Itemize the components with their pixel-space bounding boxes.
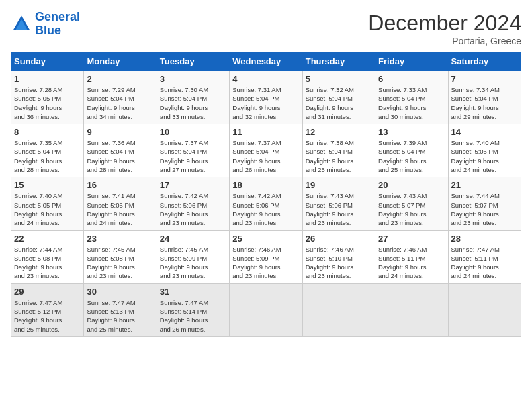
calendar-cell: 15Sunrise: 7:40 AM Sunset: 5:05 PM Dayli… <box>11 177 84 230</box>
calendar-cell: 6Sunrise: 7:33 AM Sunset: 5:04 PM Daylig… <box>375 71 448 124</box>
calendar-cell <box>375 283 448 336</box>
calendar-cell: 2Sunrise: 7:29 AM Sunset: 5:04 PM Daylig… <box>84 71 157 124</box>
calendar-cell: 10Sunrise: 7:37 AM Sunset: 5:04 PM Dayli… <box>157 124 229 177</box>
calendar-cell: 1Sunrise: 7:28 AM Sunset: 5:05 PM Daylig… <box>11 71 84 124</box>
day-number: 30 <box>87 287 153 297</box>
calendar-cell: 28Sunrise: 7:47 AM Sunset: 5:11 PM Dayli… <box>448 230 521 283</box>
calendar-cell: 21Sunrise: 7:44 AM Sunset: 5:07 PM Dayli… <box>448 177 521 230</box>
day-number: 22 <box>14 234 81 244</box>
calendar-cell: 20Sunrise: 7:43 AM Sunset: 5:07 PM Dayli… <box>375 177 448 230</box>
day-number: 25 <box>232 234 299 244</box>
day-number: 23 <box>87 234 153 244</box>
col-header-thursday: Thursday <box>302 52 375 71</box>
calendar-cell: 11Sunrise: 7:37 AM Sunset: 5:04 PM Dayli… <box>230 124 302 177</box>
calendar-cell: 13Sunrise: 7:39 AM Sunset: 5:04 PM Dayli… <box>375 124 448 177</box>
day-info: Sunrise: 7:37 AM Sunset: 5:04 PM Dayligh… <box>232 138 299 174</box>
day-number: 28 <box>451 234 518 244</box>
logo: General Blue <box>11 11 80 38</box>
day-info: Sunrise: 7:29 AM Sunset: 5:04 PM Dayligh… <box>87 85 153 121</box>
calendar-cell: 17Sunrise: 7:42 AM Sunset: 5:06 PM Dayli… <box>157 177 229 230</box>
calendar-cell: 7Sunrise: 7:34 AM Sunset: 5:04 PM Daylig… <box>448 71 521 124</box>
calendar-week-2: 8Sunrise: 7:35 AM Sunset: 5:04 PM Daylig… <box>11 124 521 177</box>
day-number: 29 <box>14 287 81 297</box>
calendar-cell: 14Sunrise: 7:40 AM Sunset: 5:05 PM Dayli… <box>448 124 521 177</box>
day-info: Sunrise: 7:40 AM Sunset: 5:05 PM Dayligh… <box>14 191 81 227</box>
day-number: 11 <box>232 127 299 137</box>
day-info: Sunrise: 7:46 AM Sunset: 5:09 PM Dayligh… <box>232 245 299 281</box>
day-number: 1 <box>14 74 81 84</box>
day-info: Sunrise: 7:38 AM Sunset: 5:04 PM Dayligh… <box>306 138 372 174</box>
day-info: Sunrise: 7:32 AM Sunset: 5:04 PM Dayligh… <box>306 85 372 121</box>
day-number: 21 <box>451 180 518 190</box>
col-header-saturday: Saturday <box>448 52 521 71</box>
day-number: 14 <box>451 127 518 137</box>
day-number: 8 <box>14 127 81 137</box>
day-number: 12 <box>306 127 372 137</box>
day-info: Sunrise: 7:44 AM Sunset: 5:07 PM Dayligh… <box>451 191 518 227</box>
day-info: Sunrise: 7:40 AM Sunset: 5:05 PM Dayligh… <box>451 138 518 174</box>
calendar-cell: 25Sunrise: 7:46 AM Sunset: 5:09 PM Dayli… <box>230 230 302 283</box>
day-number: 16 <box>87 180 153 190</box>
day-number: 13 <box>378 127 445 137</box>
day-number: 2 <box>87 74 153 84</box>
logo-icon <box>11 13 32 35</box>
day-info: Sunrise: 7:39 AM Sunset: 5:04 PM Dayligh… <box>378 138 445 174</box>
day-info: Sunrise: 7:42 AM Sunset: 5:06 PM Dayligh… <box>160 191 226 227</box>
day-info: Sunrise: 7:28 AM Sunset: 5:05 PM Dayligh… <box>14 85 81 121</box>
day-number: 24 <box>160 234 226 244</box>
calendar-cell <box>448 283 521 336</box>
day-number: 15 <box>14 180 81 190</box>
calendar-cell <box>302 283 375 336</box>
calendar-cell: 27Sunrise: 7:46 AM Sunset: 5:11 PM Dayli… <box>375 230 448 283</box>
day-info: Sunrise: 7:44 AM Sunset: 5:08 PM Dayligh… <box>14 245 81 281</box>
calendar-week-1: 1Sunrise: 7:28 AM Sunset: 5:05 PM Daylig… <box>11 71 521 124</box>
day-info: Sunrise: 7:42 AM Sunset: 5:06 PM Dayligh… <box>232 191 299 227</box>
day-info: Sunrise: 7:45 AM Sunset: 5:09 PM Dayligh… <box>160 245 226 281</box>
day-info: Sunrise: 7:46 AM Sunset: 5:11 PM Dayligh… <box>378 245 445 281</box>
day-number: 20 <box>378 180 445 190</box>
calendar-cell: 24Sunrise: 7:45 AM Sunset: 5:09 PM Dayli… <box>157 230 229 283</box>
calendar-cell: 3Sunrise: 7:30 AM Sunset: 5:04 PM Daylig… <box>157 71 229 124</box>
col-header-monday: Monday <box>84 52 157 71</box>
day-number: 27 <box>378 234 445 244</box>
calendar-cell: 18Sunrise: 7:42 AM Sunset: 5:06 PM Dayli… <box>230 177 302 230</box>
calendar-cell: 31Sunrise: 7:47 AM Sunset: 5:14 PM Dayli… <box>157 283 229 336</box>
day-info: Sunrise: 7:46 AM Sunset: 5:10 PM Dayligh… <box>306 245 372 281</box>
calendar-cell: 12Sunrise: 7:38 AM Sunset: 5:04 PM Dayli… <box>302 124 375 177</box>
calendar-week-4: 22Sunrise: 7:44 AM Sunset: 5:08 PM Dayli… <box>11 230 521 283</box>
calendar-cell: 29Sunrise: 7:47 AM Sunset: 5:12 PM Dayli… <box>11 283 84 336</box>
day-info: Sunrise: 7:47 AM Sunset: 5:12 PM Dayligh… <box>14 298 81 334</box>
day-number: 9 <box>87 127 153 137</box>
calendar-cell: 8Sunrise: 7:35 AM Sunset: 5:04 PM Daylig… <box>11 124 84 177</box>
col-header-sunday: Sunday <box>11 52 84 71</box>
col-header-wednesday: Wednesday <box>230 52 302 71</box>
day-info: Sunrise: 7:31 AM Sunset: 5:04 PM Dayligh… <box>232 85 299 121</box>
day-info: Sunrise: 7:30 AM Sunset: 5:04 PM Dayligh… <box>160 85 226 121</box>
calendar-table: SundayMondayTuesdayWednesdayThursdayFrid… <box>11 52 521 337</box>
day-info: Sunrise: 7:47 AM Sunset: 5:13 PM Dayligh… <box>87 298 153 334</box>
title-block: December 2024 Portaria, Greece <box>368 11 521 46</box>
day-number: 31 <box>160 287 226 297</box>
calendar-cell: 5Sunrise: 7:32 AM Sunset: 5:04 PM Daylig… <box>302 71 375 124</box>
day-info: Sunrise: 7:45 AM Sunset: 5:08 PM Dayligh… <box>87 245 153 281</box>
day-number: 7 <box>451 74 518 84</box>
day-number: 26 <box>306 234 372 244</box>
calendar-cell: 26Sunrise: 7:46 AM Sunset: 5:10 PM Dayli… <box>302 230 375 283</box>
calendar-cell: 4Sunrise: 7:31 AM Sunset: 5:04 PM Daylig… <box>230 71 302 124</box>
day-number: 6 <box>378 74 445 84</box>
logo-text: General Blue <box>35 11 80 38</box>
day-info: Sunrise: 7:35 AM Sunset: 5:04 PM Dayligh… <box>14 138 81 174</box>
day-info: Sunrise: 7:37 AM Sunset: 5:04 PM Dayligh… <box>160 138 226 174</box>
day-info: Sunrise: 7:47 AM Sunset: 5:11 PM Dayligh… <box>451 245 518 281</box>
day-number: 18 <box>232 180 299 190</box>
calendar-week-5: 29Sunrise: 7:47 AM Sunset: 5:12 PM Dayli… <box>11 283 521 336</box>
col-header-friday: Friday <box>375 52 448 71</box>
calendar-title: December 2024 <box>368 11 521 36</box>
day-info: Sunrise: 7:34 AM Sunset: 5:04 PM Dayligh… <box>451 85 518 121</box>
calendar-subtitle: Portaria, Greece <box>368 36 521 46</box>
day-number: 3 <box>160 74 226 84</box>
day-number: 19 <box>306 180 372 190</box>
page-header: General Blue December 2024 Portaria, Gre… <box>11 11 521 46</box>
day-info: Sunrise: 7:41 AM Sunset: 5:05 PM Dayligh… <box>87 191 153 227</box>
calendar-cell: 19Sunrise: 7:43 AM Sunset: 5:06 PM Dayli… <box>302 177 375 230</box>
